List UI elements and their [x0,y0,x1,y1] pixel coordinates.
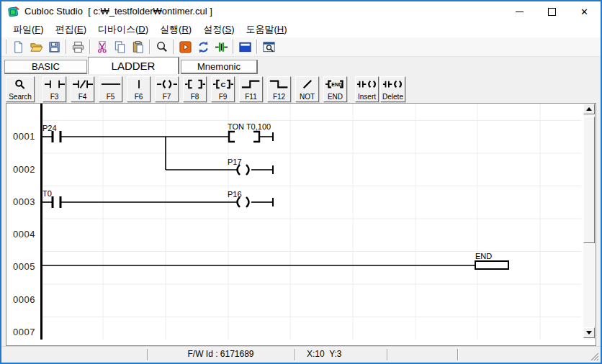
not-slash-icon [297,79,318,89]
menu-file[interactable]: 파일(F) [7,22,50,37]
rung-0002[interactable]: P17 [166,158,273,175]
paste-icon [131,40,145,54]
status-bar: F/W Id : 6171689 X:10 Y:3 [1,346,601,363]
toolbar-separator [66,40,67,54]
print-icon [71,40,85,54]
preview-icon [262,40,276,54]
status-divider [387,349,388,360]
app-window: Cubloc Studio [ c:₩_testfolder₩ontimer.c… [0,0,602,364]
preview-button[interactable] [260,38,278,55]
close-icon: ✕ [580,7,588,17]
svg-text:0001: 0001 [13,131,35,142]
save-file-button[interactable] [45,38,63,55]
scrollbar-thumb[interactable] [583,117,595,243]
ladder-monitor-button[interactable] [212,38,230,55]
search-icon [9,79,31,89]
copy-button[interactable] [111,38,129,55]
status-divider [457,349,459,360]
menu-device[interactable]: 디바이스(D) [92,22,154,37]
close-button[interactable]: ✕ [568,1,601,22]
scroll-down-button[interactable] [583,327,595,338]
toolbar-separator [149,40,150,54]
menu-run[interactable]: 실행(R) [154,22,197,37]
svg-text:0005: 0005 [13,261,35,272]
vertical-line-icon [128,79,150,89]
open-file-button[interactable] [27,38,45,55]
svg-text:P24: P24 [42,124,57,132]
window-title: Cubloc Studio [ c:₩_testfolder₩ontimer.c… [24,1,212,22]
resize-grip[interactable] [590,352,599,361]
menu-help[interactable]: 도움말(H) [241,22,293,37]
menu-setup[interactable]: 설정(S) [197,22,240,37]
insert-cell-icon [356,79,378,89]
new-file-icon [12,40,25,54]
ladder-f11-rising-edge-button[interactable]: F11 [239,76,263,102]
copy-icon [113,40,127,54]
contact-normally-closed-icon [72,79,94,89]
function-block-icon [184,79,206,89]
cut-button[interactable] [93,38,111,55]
ladder-not-button[interactable]: NOT [295,76,319,102]
end-block-icon: END [325,79,346,89]
ladder-insert-button[interactable]: Insert [355,76,379,102]
run-icon [179,40,192,54]
ladder-f12-falling-edge-button[interactable]: F12 [267,76,291,102]
svg-text:C: C [220,81,225,88]
contact-normally-open-icon [44,79,66,89]
svg-text:END: END [331,82,342,87]
maximize-icon [548,8,556,16]
ladder-search-button[interactable]: Search [6,76,35,102]
ladder-panel: 0001 0002 0003 0004 0005 0006 0007 P24 T… [6,103,596,346]
ladder-grid [41,104,581,340]
delete-cell-icon [382,79,404,89]
vertical-scrollbar[interactable] [583,104,595,340]
scroll-up-button[interactable] [583,104,595,114]
function-block-c-icon: C [212,79,234,89]
reset-button[interactable] [194,38,212,55]
tab-mnemonic[interactable]: Mnemonic [181,60,258,74]
ladder-f9-function-block-c-button[interactable]: C F9 [211,76,235,102]
ladder-f4-contact-closed-button[interactable]: F4 [71,76,94,102]
rising-edge-icon [241,79,262,89]
ladder-f8-function-block-button[interactable]: F8 [183,76,207,102]
app-logo-icon [7,5,20,18]
menu-edit[interactable]: 편집(E) [50,22,92,37]
terminal-button[interactable] [236,38,254,55]
paste-button[interactable] [129,38,147,55]
menu-bar: 파일(F) 편집(E) 디바이스(D) 실행(R) 설정(S) 도움말(H) [1,22,601,37]
toolbar-separator [233,40,234,54]
ladder-f6-vline-button[interactable]: F6 [127,76,150,102]
ladder-end-button[interactable]: END END [323,76,347,102]
run-button[interactable] [176,38,194,55]
find-button[interactable] [153,38,171,55]
ladder-delete-button[interactable]: Delete [380,76,405,102]
tab-ladder[interactable]: LADDER [88,57,179,74]
ladder-toolbar: Search F3 F4 F5 F6 F7 F8 C F9 [1,74,601,103]
falling-edge-icon [269,79,290,89]
ladder-canvas[interactable]: 0001 0002 0003 0004 0005 0006 0007 P24 T… [8,104,581,340]
rung-0005[interactable]: END [42,252,508,269]
ladder-f7-coil-button[interactable]: F7 [155,76,179,102]
tab-basic[interactable]: BASIC [4,60,87,74]
maximize-button[interactable] [536,1,568,22]
minimize-button[interactable] [503,1,536,22]
ladder-row-numbers: 0001 0002 0003 0004 0005 0006 0007 [13,131,35,337]
print-button[interactable] [69,38,87,55]
ladder-f3-contact-button[interactable]: F3 [42,76,66,102]
new-file-button[interactable] [9,38,27,55]
toolbar-separator [89,40,91,54]
svg-text:END: END [475,252,492,260]
coil-icon [156,79,178,89]
ladder-f5-hline-button[interactable]: F5 [99,76,122,102]
svg-text:0003: 0003 [13,196,35,207]
rung-0003[interactable]: T0 P16 [42,189,273,208]
svg-text:0007: 0007 [13,327,35,337]
arrow-up-icon [586,107,592,111]
terminal-icon [238,40,252,54]
toolbar-separator [6,40,7,54]
svg-text:0006: 0006 [13,294,35,305]
svg-text:TON T0,100: TON T0,100 [228,122,271,131]
toolbar-separator [173,40,174,54]
status-firmware-id: F/W Id : 6171689 [147,347,295,363]
status-cursor-position: X:10 Y:3 [296,347,387,363]
